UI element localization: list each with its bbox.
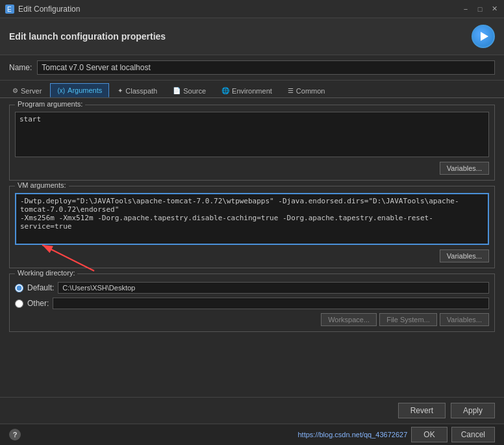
tab-common-label: Common bbox=[296, 87, 325, 95]
bottom-bar: Revert Apply bbox=[0, 397, 504, 424]
tab-server[interactable]: ⚙ Server bbox=[5, 83, 49, 97]
vm-args-group: VM arguments: Variables... bbox=[9, 186, 495, 268]
default-radio-label: Default: bbox=[27, 283, 54, 292]
file-system-button[interactable]: File System... bbox=[379, 313, 437, 326]
vm-args-textarea[interactable] bbox=[15, 193, 489, 245]
vm-args-wrapper bbox=[15, 193, 489, 247]
tab-source[interactable]: 📄 Source bbox=[166, 83, 213, 97]
minimize-button[interactable]: − bbox=[461, 5, 470, 14]
maximize-button[interactable]: □ bbox=[475, 5, 485, 14]
program-args-btn-row: Variables... bbox=[15, 162, 489, 175]
other-radio[interactable] bbox=[15, 299, 23, 308]
program-args-textarea[interactable] bbox=[15, 112, 489, 157]
name-label: Name: bbox=[9, 63, 32, 72]
help-icon[interactable]: ? bbox=[9, 429, 21, 440]
name-input[interactable] bbox=[37, 60, 495, 75]
svg-text:E: E bbox=[7, 6, 12, 13]
other-radio-row: Other: bbox=[15, 298, 489, 309]
other-dir-input[interactable] bbox=[53, 298, 489, 309]
app-icon: E bbox=[5, 5, 14, 14]
title-bar: E Edit Configuration − □ ✕ bbox=[0, 0, 504, 18]
dialog-title: Edit launch configuration properties bbox=[9, 31, 166, 42]
ok-button[interactable]: OK bbox=[411, 427, 447, 442]
tabs-bar: ⚙ Server (x) Arguments ✦ Classpath 📄 Sou… bbox=[0, 81, 504, 98]
working-dir-label: Working directory: bbox=[15, 269, 77, 277]
source-icon: 📄 bbox=[173, 87, 181, 94]
content-area: Program arguments: Variables... VM argum… bbox=[0, 98, 504, 397]
tab-source-label: Source bbox=[183, 87, 206, 95]
classpath-icon: ✦ bbox=[118, 87, 123, 94]
tab-arguments[interactable]: (x) Arguments bbox=[50, 83, 109, 97]
run-button[interactable] bbox=[472, 25, 495, 48]
footer-buttons: https://blog.csdn.net/qq_43672627 OK Can… bbox=[297, 427, 495, 442]
tab-common[interactable]: ☰ Common bbox=[281, 83, 333, 97]
apply-button[interactable]: Apply bbox=[451, 403, 495, 418]
footer-link: https://blog.csdn.net/qq_43672627 bbox=[297, 431, 407, 439]
dialog: Edit launch configuration properties Nam… bbox=[0, 18, 504, 445]
server-icon: ⚙ bbox=[12, 87, 18, 94]
program-args-label: Program arguments: bbox=[15, 100, 85, 108]
arguments-icon: (x) bbox=[57, 87, 65, 94]
footer: ? https://blog.csdn.net/qq_43672627 OK C… bbox=[0, 424, 504, 445]
vm-args-variables-button[interactable]: Variables... bbox=[440, 249, 489, 262]
tab-classpath[interactable]: ✦ Classpath bbox=[110, 83, 164, 97]
tab-arguments-label: Arguments bbox=[68, 86, 102, 94]
default-radio-row: Default: bbox=[15, 282, 489, 294]
window-controls: − □ ✕ bbox=[461, 5, 499, 14]
vm-args-btn-row: Variables... bbox=[15, 249, 489, 262]
default-radio[interactable] bbox=[15, 284, 23, 292]
program-args-group: Program arguments: Variables... bbox=[9, 105, 495, 181]
working-dir-group: Working directory: Default: Other: Works… bbox=[9, 273, 495, 332]
close-button[interactable]: ✕ bbox=[490, 5, 499, 14]
tab-environment[interactable]: 🌐 Environment bbox=[214, 83, 279, 97]
window-title: Edit Configuration bbox=[18, 5, 461, 14]
program-args-wrapper bbox=[15, 112, 489, 159]
dialog-header: Edit launch configuration properties bbox=[0, 18, 504, 55]
revert-button[interactable]: Revert bbox=[398, 403, 446, 418]
environment-icon: 🌐 bbox=[221, 87, 229, 94]
tab-server-label: Server bbox=[21, 87, 42, 95]
workspace-button[interactable]: Workspace... bbox=[321, 313, 377, 326]
tab-environment-label: Environment bbox=[232, 87, 272, 95]
program-args-variables-button[interactable]: Variables... bbox=[440, 162, 489, 175]
working-dir-variables-button[interactable]: Variables... bbox=[440, 313, 489, 326]
run-icon bbox=[481, 32, 488, 41]
tab-classpath-label: Classpath bbox=[125, 87, 157, 95]
vm-args-label: VM arguments: bbox=[15, 181, 69, 189]
name-row: Name: bbox=[0, 55, 504, 81]
common-icon: ☰ bbox=[288, 87, 294, 94]
cancel-button[interactable]: Cancel bbox=[451, 427, 495, 442]
dir-buttons-row: Workspace... File System... Variables... bbox=[15, 313, 489, 326]
default-dir-input[interactable] bbox=[58, 282, 489, 294]
other-radio-label: Other: bbox=[27, 299, 49, 308]
